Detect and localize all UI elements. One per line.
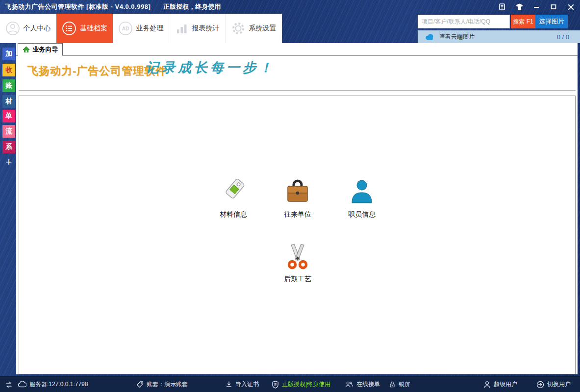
main-nav: 个人中心 基础档案 AD 业务处理 报表统计 系统设置 xyxy=(0,14,282,43)
nav-item-label: 报表统计 xyxy=(192,24,220,33)
sidebar-item-add[interactable]: 加 xyxy=(2,48,15,60)
search-input[interactable] xyxy=(418,15,510,28)
import-certificate-button[interactable]: 导入证书 xyxy=(226,377,259,392)
search-button[interactable]: 搜索 F1 xyxy=(511,15,535,28)
view-cloud-images-bar[interactable]: 查看云端图片 0 / 0 xyxy=(418,30,580,43)
logo-separator xyxy=(19,90,576,91)
cloud-image-count: 0 / 0 xyxy=(557,33,569,41)
gear-icon xyxy=(231,21,246,36)
server-status: 服务器:127.0.0.1:7798 xyxy=(18,377,88,392)
nav-item-label: 业务处理 xyxy=(136,24,164,33)
current-user-button[interactable]: 超级用户 xyxy=(483,377,517,392)
svg-text:AD: AD xyxy=(122,26,128,31)
minimize-button[interactable] xyxy=(532,2,541,11)
switch-user-label: 切换用户 xyxy=(547,380,571,389)
tag-icon xyxy=(204,177,263,206)
select-image-button[interactable]: 选择图片 xyxy=(535,15,568,28)
wizard-item-label: 往来单位 xyxy=(268,210,327,219)
license-status: 正 正版授权|终身使用 xyxy=(272,377,330,392)
wizard-item-contacts-units[interactable]: 往来单位 xyxy=(268,177,327,219)
current-user-label: 超级用户 xyxy=(494,380,517,389)
lock-screen-label: 锁屏 xyxy=(399,380,410,389)
user-circle-icon xyxy=(5,21,20,36)
skin-theme-icon[interactable] xyxy=(515,2,524,11)
tag-outline-icon xyxy=(136,381,144,388)
lock-icon xyxy=(389,381,396,388)
notes-icon[interactable] xyxy=(498,2,506,11)
wizard-item-label: 后期工艺 xyxy=(268,275,327,284)
sidebar-item-material[interactable]: 材 xyxy=(2,95,15,108)
nav-item-label: 个人中心 xyxy=(24,24,51,33)
sidebar-item-flow[interactable]: 流 xyxy=(2,125,15,138)
view-cloud-images-label: 查看云端图片 xyxy=(439,33,475,41)
import-certificate-label: 导入证书 xyxy=(235,380,259,389)
app-window: 飞扬动力广告公司管理软件 [标准版 - V4.0.0.998] 正版授权，终身使… xyxy=(0,0,580,392)
tab-label: 业务向导 xyxy=(33,45,58,54)
nav-item-personal-center[interactable]: 个人中心 xyxy=(0,14,56,43)
nav-item-label: 基础档案 xyxy=(80,24,107,33)
nav-item-label: 系统设置 xyxy=(249,24,277,33)
tab-business-wizard[interactable]: 业务向导 xyxy=(18,43,63,56)
switch-arrow-icon xyxy=(536,381,544,389)
sidebar-item-receive[interactable]: 收 xyxy=(2,64,15,76)
title-bar: 飞扬动力广告公司管理软件 [标准版 - V4.0.0.998] 正版授权，终身使… xyxy=(0,0,580,14)
quick-sidebar: 加 收 账 材 单 流 系 + xyxy=(0,43,16,374)
wizard-item-employee-info[interactable]: 职员信息 xyxy=(332,177,391,219)
wizard-item-label: 材料信息 xyxy=(204,210,263,219)
online-orders-button[interactable]: 在线接单 xyxy=(345,377,380,392)
briefcase-icon xyxy=(268,177,327,206)
window-controls xyxy=(498,0,575,14)
wizard-panel: 材料信息 往来单位 xyxy=(19,96,576,374)
ad-circle-icon: AD xyxy=(118,21,133,36)
switch-user-button[interactable]: 切换用户 xyxy=(536,377,571,392)
nav-item-business-processing[interactable]: AD 业务处理 xyxy=(113,14,169,43)
account-set-label: 账套：演示账套 xyxy=(147,380,188,389)
sync-icon[interactable] xyxy=(5,377,13,392)
nav-item-system-settings[interactable]: 系统设置 xyxy=(226,14,282,43)
close-button[interactable] xyxy=(566,2,575,11)
license-label: 正版授权|终身使用 xyxy=(282,380,330,389)
user-icon xyxy=(483,381,491,389)
sidebar-add-button[interactable]: + xyxy=(2,156,15,169)
wizard-item-material-info[interactable]: 材料信息 xyxy=(204,177,263,219)
bar-chart-icon xyxy=(175,22,189,35)
sidebar-item-order[interactable]: 单 xyxy=(2,110,15,122)
employee-icon xyxy=(332,177,391,206)
wizard-item-label: 职员信息 xyxy=(332,210,391,219)
online-orders-label: 在线接单 xyxy=(356,380,380,389)
sidebar-item-account[interactable]: 账 xyxy=(2,79,15,92)
tab-bar: 业务向导 xyxy=(16,43,578,56)
svg-text:正: 正 xyxy=(274,382,277,386)
lock-screen-button[interactable]: 锁屏 xyxy=(389,377,410,392)
cloud-outline-icon xyxy=(18,381,26,388)
account-set-status: 账套：演示账套 xyxy=(136,377,188,392)
main-content: 业务向导 飞扬动力-广告公司管理软件 记录成长每一步！ 材料信息 xyxy=(16,43,578,374)
maximize-button[interactable] xyxy=(549,2,558,11)
app-title: 飞扬动力广告公司管理软件 [标准版 - V4.0.0.998] xyxy=(5,2,151,11)
list-circle-icon xyxy=(62,21,76,36)
people-icon xyxy=(345,381,353,388)
shield-icon: 正 xyxy=(272,381,279,389)
nav-item-basic-archives[interactable]: 基础档案 xyxy=(56,14,113,43)
title-license-note: 正版授权，终身使用 xyxy=(163,2,221,11)
status-bar: 服务器:127.0.0.1:7798 账套：演示账套 导入证书 正 正版授权|终… xyxy=(0,376,580,392)
home-icon xyxy=(23,46,30,53)
wizard-item-post-processing[interactable]: 后期工艺 xyxy=(268,242,327,284)
brand-slogan: 记录成长每一步！ xyxy=(146,59,275,76)
nav-item-report-statistics[interactable]: 报表统计 xyxy=(169,14,226,43)
cloud-icon xyxy=(425,33,434,40)
sidebar-item-system[interactable]: 系 xyxy=(2,141,15,153)
server-address: 服务器:127.0.0.1:7798 xyxy=(29,380,88,389)
scissors-icon xyxy=(268,242,327,270)
download-icon xyxy=(226,381,232,388)
